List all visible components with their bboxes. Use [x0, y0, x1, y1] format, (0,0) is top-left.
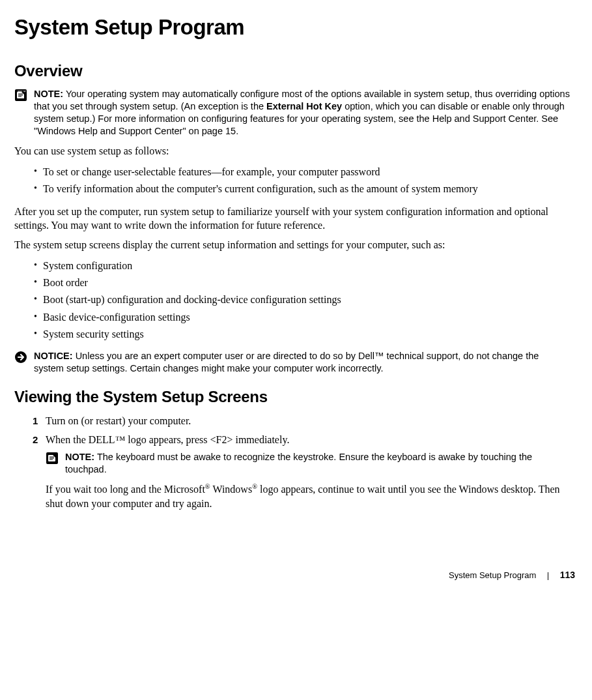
notice-icon	[14, 351, 27, 364]
footer-page-number: 113	[560, 570, 575, 580]
step-text: When the DELL™ logo appears, press <F2> …	[46, 433, 575, 447]
note-bold: External Hot Key	[266, 101, 342, 111]
sub-para-pre: If you wait too long and the Microsoft	[46, 484, 205, 495]
page-title: System Setup Program	[14, 13, 575, 42]
footer-section: System Setup Program	[449, 570, 536, 580]
section-heading-overview: Overview	[14, 61, 575, 81]
intro-paragraph: You can use system setup as follows:	[14, 144, 575, 158]
ordered-steps: 1 Turn on (or restart) your computer. 2 …	[14, 414, 575, 447]
registered-mark: ®	[205, 483, 210, 490]
body-paragraph: After you set up the computer, run syste…	[14, 205, 575, 233]
list-item: To verify information about the computer…	[34, 181, 575, 197]
step-item: 2 When the DELL™ logo appears, press <F2…	[33, 433, 575, 447]
list-item: System configuration	[34, 257, 575, 274]
list-item: Boot order	[34, 274, 575, 291]
step-item: 1 Turn on (or restart) your computer.	[33, 414, 575, 428]
list-item: Boot (start-up) configuration and dockin…	[34, 291, 575, 308]
page-footer: System Setup Program 113	[14, 569, 575, 581]
note-callout: NOTE: Your operating system may automati…	[14, 88, 575, 138]
list-item: Basic device-configuration settings	[34, 309, 575, 326]
notice-callout: NOTICE: Unless you are an expert compute…	[14, 350, 575, 375]
notice-body: Unless you are an expert computer user o…	[34, 351, 539, 373]
sub-note-label: NOTE:	[65, 452, 94, 462]
notice-text: NOTICE: Unless you are an expert compute…	[34, 350, 575, 375]
step-number: 2	[33, 433, 46, 447]
bullet-list-1: To set or change user-selectable feature…	[14, 164, 575, 198]
body-paragraph: The system setup screens display the cur…	[14, 238, 575, 252]
footer-separator	[548, 572, 548, 580]
list-item: System security settings	[34, 326, 575, 343]
note-label: NOTE:	[34, 89, 63, 99]
notice-label: NOTICE:	[34, 351, 73, 361]
list-item: To set or change user-selectable feature…	[34, 164, 575, 181]
note-text: NOTE: Your operating system may automati…	[34, 88, 575, 138]
note-icon	[14, 89, 27, 102]
sub-note-callout: NOTE: The keyboard must be awake to reco…	[46, 451, 575, 476]
sub-para-mid: Windows	[210, 484, 252, 495]
step-number: 1	[33, 414, 46, 428]
step-text: Turn on (or restart) your computer.	[46, 414, 575, 428]
sub-note-body: The keyboard must be awake to recognize …	[65, 452, 532, 474]
section-heading-viewing: Viewing the System Setup Screens	[14, 386, 575, 407]
registered-mark: ®	[252, 483, 257, 490]
sub-note-text: NOTE: The keyboard must be awake to reco…	[65, 451, 575, 476]
sub-paragraph: If you wait too long and the Microsoft® …	[46, 482, 575, 510]
bullet-list-2: System configuration Boot order Boot (st…	[14, 257, 575, 343]
note-icon	[46, 452, 59, 465]
